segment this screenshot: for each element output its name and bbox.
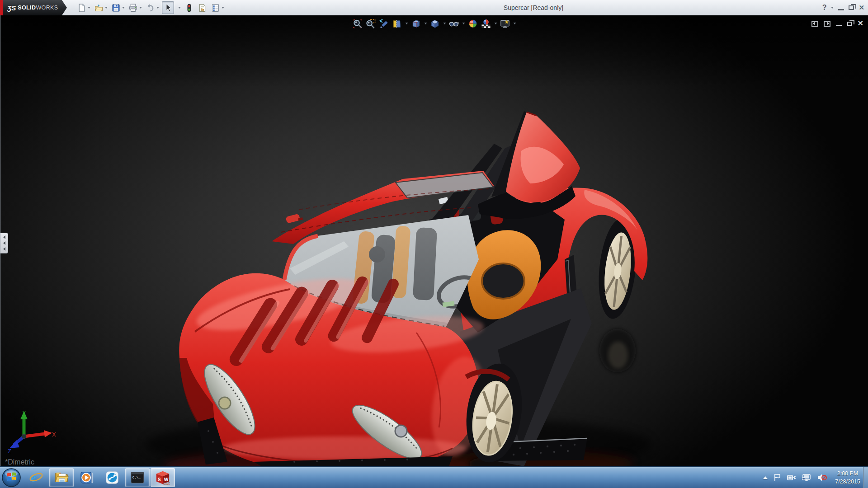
internet-explorer-icon: e <box>28 470 44 485</box>
view-settings-button[interactable] <box>499 18 511 29</box>
triad-z-axis: Z <box>8 436 24 454</box>
rebuild-traffic-light-icon <box>184 3 194 13</box>
show-hidden-icons-button[interactable] <box>763 476 768 479</box>
svg-text:S: S <box>158 477 161 482</box>
action-center-flag-icon[interactable] <box>774 474 781 482</box>
svg-text:2015: 2015 <box>163 482 170 485</box>
document-close-button[interactable]: ✕ <box>858 20 863 27</box>
display-style-dropdown[interactable] <box>443 23 446 24</box>
new-dropdown[interactable] <box>88 7 90 9</box>
hide-show-items-button[interactable] <box>448 18 460 29</box>
select-dropdown-caret <box>178 7 181 9</box>
collapse-arrow-icon <box>3 241 5 245</box>
windows-taskbar: e <box>0 466 868 488</box>
apply-scene-dropdown[interactable] <box>494 23 497 24</box>
volume-muted-icon[interactable] <box>817 474 827 482</box>
triad-x-axis: X <box>24 430 56 438</box>
file-properties-button[interactable] <box>197 1 208 14</box>
restore-button[interactable] <box>849 5 854 10</box>
show-desktop-button[interactable] <box>863 467 868 488</box>
svg-text:Z: Z <box>8 448 11 454</box>
apply-scene-button[interactable] <box>480 18 492 29</box>
display-network-icon[interactable] <box>802 474 811 482</box>
window-title: Supercar [Read-only] <box>504 0 563 15</box>
display-style-button[interactable] <box>429 18 441 29</box>
save-button[interactable] <box>110 1 126 14</box>
windows-explorer-icon <box>54 470 69 485</box>
undo-dropdown[interactable] <box>156 7 159 9</box>
print-button[interactable] <box>127 1 143 14</box>
taskbar-item-windows-explorer[interactable] <box>49 468 74 487</box>
rebuild-button[interactable] <box>184 1 195 14</box>
headsup-view-toolbar <box>352 18 517 29</box>
new-document-button[interactable] <box>76 1 91 14</box>
start-button[interactable] <box>1 467 22 488</box>
previous-view-button[interactable] <box>378 18 390 29</box>
side-mirror <box>286 213 303 223</box>
open-button[interactable] <box>93 1 108 14</box>
power-plug-icon[interactable] <box>787 474 796 482</box>
view-settings-dropdown[interactable] <box>513 23 516 24</box>
file-properties-icon <box>198 3 207 13</box>
window-controls: ? ✕ <box>822 0 864 15</box>
options-dropdown[interactable] <box>222 7 224 9</box>
help-dropdown[interactable] <box>831 7 834 9</box>
collapse-pane-tab[interactable] <box>0 233 8 253</box>
close-button[interactable]: ✕ <box>859 4 864 12</box>
hide-show-items-dropdown[interactable] <box>462 23 465 24</box>
undo-icon <box>146 3 155 13</box>
taskbar-item-share-app[interactable] <box>100 468 124 487</box>
save-icon <box>111 3 121 13</box>
display-style-icon <box>430 19 440 29</box>
solidworks-logo: ƷS SOLID WORKS <box>3 0 60 15</box>
view-settings-icon <box>500 19 510 29</box>
help-button[interactable]: ? <box>822 4 827 12</box>
solidworks-2015-icon: S W 2015 <box>155 470 170 485</box>
taskbar-item-command-prompt[interactable]: C:\_ <box>125 468 150 487</box>
view-orientation-dropdown[interactable] <box>424 23 427 24</box>
brand-solid: SOLID <box>18 5 36 11</box>
menu-expand-arrow[interactable] <box>60 0 67 15</box>
section-view-dropdown[interactable] <box>405 23 408 24</box>
document-restore-button[interactable] <box>847 22 852 26</box>
brand-works: WORKS <box>36 5 58 11</box>
view-orientation-label: *Dimetric <box>5 458 34 466</box>
taskbar-item-solidworks-2015[interactable]: S W 2015 <box>151 468 175 487</box>
zoom-to-area-button[interactable] <box>365 18 377 29</box>
clock-time: 2:00 PM <box>833 469 863 478</box>
save-dropdown[interactable] <box>122 7 125 9</box>
graphics-viewport[interactable]: ✕ <box>0 15 868 466</box>
taskbar-item-media-player[interactable] <box>75 468 99 487</box>
view-orientation-button[interactable] <box>410 18 422 29</box>
show-left-pane-button[interactable] <box>811 21 818 27</box>
command-prompt-icon: C:\_ <box>130 470 145 485</box>
edit-appearance-button[interactable] <box>467 18 479 29</box>
options-button[interactable] <box>210 1 225 14</box>
new-document-icon <box>77 3 86 13</box>
apply-scene-icon <box>481 19 491 29</box>
print-dropdown[interactable] <box>139 7 142 9</box>
select-button[interactable] <box>162 1 174 14</box>
collapse-arrow-icon <box>3 235 5 239</box>
show-right-pane-button[interactable] <box>824 21 830 27</box>
section-view-button[interactable] <box>391 18 403 29</box>
taskbar-clock[interactable]: 2:00 PM 7/28/2015 <box>833 469 863 486</box>
undo-button[interactable] <box>145 1 160 14</box>
car-3d-model[interactable] <box>0 15 868 466</box>
open-dropdown[interactable] <box>105 7 108 9</box>
minimize-button[interactable] <box>838 9 844 10</box>
taskbar-item-internet-explorer[interactable]: e <box>24 468 48 487</box>
system-tray: 2:00 PM 7/28/2015 <box>763 467 863 488</box>
select-dropdown[interactable] <box>176 1 182 14</box>
orientation-triad: Y X Z <box>7 408 57 454</box>
view-orientation-icon <box>411 19 421 29</box>
document-minimize-button[interactable] <box>836 25 842 26</box>
standard-toolbar <box>76 0 227 15</box>
svg-text:W: W <box>164 477 169 482</box>
previous-view-icon <box>379 19 389 29</box>
right-pane-icon <box>827 22 829 25</box>
svg-text:C:\_: C:\_ <box>132 475 141 479</box>
share-app-icon <box>104 470 120 485</box>
edit-appearance-icon <box>468 19 478 29</box>
zoom-to-fit-button[interactable] <box>352 18 363 29</box>
